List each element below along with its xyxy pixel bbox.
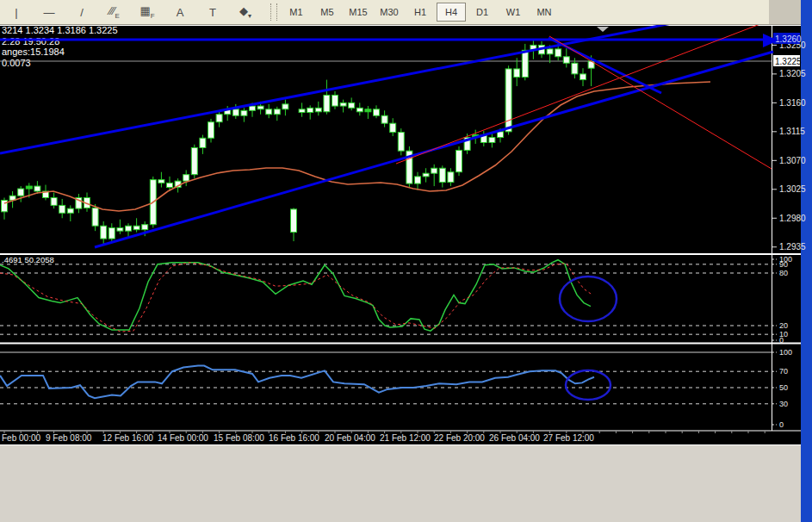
- line-price-label: 1.3260: [775, 34, 802, 44]
- candle-body: [133, 226, 139, 229]
- candle-body: [26, 186, 32, 189]
- toolbar: |—/⁄⁄⁄E▦FAT◆▾M1M5M15M30H1H4D1W1MN: [0, 0, 769, 25]
- chart-info-line: 2:28 19:50:28: [2, 36, 59, 47]
- candle-body: [580, 74, 586, 80]
- candle-body: [274, 109, 280, 115]
- chart-background: [0, 25, 801, 445]
- candle-body: [398, 133, 404, 152]
- trendline-tool[interactable]: /: [70, 2, 94, 22]
- equidistant-channel-icon: ⁄⁄⁄E: [109, 4, 120, 20]
- candle-body: [59, 205, 65, 213]
- candle-body: [332, 95, 338, 106]
- toolbar-separator: [270, 3, 277, 21]
- candle-body: [158, 180, 164, 183]
- fibonacci-tool[interactable]: ▦F: [135, 2, 159, 22]
- candle-body: [232, 109, 239, 115]
- time-axis-label: Feb 00:00: [2, 433, 40, 443]
- price-tick-label: 1.3160: [779, 98, 806, 108]
- candle-body: [18, 189, 24, 196]
- candle-body: [365, 109, 371, 112]
- stoch-axis-label: 20: [779, 321, 788, 330]
- candle-body: [456, 150, 462, 171]
- time-axis-label: 22 Feb 20:00: [434, 433, 485, 443]
- stoch-axis-label: 80: [779, 269, 788, 277]
- candle-body: [572, 63, 578, 74]
- label-tool[interactable]: T: [201, 2, 225, 22]
- candle-body: [381, 115, 387, 123]
- candle-body: [431, 168, 437, 173]
- price-tick-label: 1.3070: [779, 156, 806, 165]
- candle-body: [266, 109, 272, 115]
- timeframe-button-MN[interactable]: MN: [530, 3, 559, 22]
- candle-body: [257, 106, 263, 109]
- chart-area[interactable]: 3214 1.3234 1.3186 1.32252:28 19:50:28an…: [0, 0, 812, 522]
- text-tool[interactable]: A: [168, 2, 192, 22]
- candle-body: [505, 69, 511, 132]
- candle-body: [282, 104, 288, 109]
- chart-info-line: 3214 1.3234 1.3186 1.3225: [2, 25, 118, 35]
- candle-body: [67, 208, 73, 213]
- candle-body: [200, 138, 206, 147]
- candle-body: [349, 103, 355, 108]
- time-axis-label: 16 Feb 16:00: [269, 433, 319, 443]
- chart-info-line: anges:15.1984: [2, 47, 65, 57]
- timeframe-button-M5[interactable]: M5: [313, 3, 342, 22]
- label-icon: T: [209, 6, 216, 19]
- candle-body: [356, 108, 363, 111]
- candle-body: [547, 49, 553, 54]
- candle-body: [563, 57, 569, 63]
- chart-info-line: 0.0073: [2, 58, 31, 68]
- toolbar-extension: [769, 0, 801, 25]
- osc-axis-label: 100: [779, 348, 792, 357]
- osc-axis-label: 30: [779, 400, 788, 408]
- window-lower-area: [0, 445, 812, 522]
- candle-body: [108, 227, 115, 239]
- current-price-label: 1.3225: [775, 57, 802, 66]
- candle-body: [307, 108, 313, 112]
- candle-body: [92, 208, 98, 226]
- horizontal-line-tool[interactable]: —: [37, 2, 61, 22]
- osc-axis-label: 0: [779, 420, 784, 429]
- candle-body: [340, 103, 346, 106]
- shapes-icon: ◆▾: [239, 4, 251, 20]
- text-icon: A: [177, 6, 184, 19]
- time-axis-label: 14 Feb 00:00: [158, 433, 208, 443]
- stoch-axis-label: 90: [779, 260, 788, 269]
- candle-body: [191, 147, 197, 174]
- osc-axis-label: 70: [779, 367, 788, 376]
- candle-body: [423, 173, 429, 177]
- shapes-tool[interactable]: ◆▾: [233, 2, 257, 22]
- timeframe-button-H4[interactable]: H4: [437, 3, 466, 22]
- candle-body: [183, 175, 189, 181]
- osc-axis-label: 50: [779, 383, 788, 392]
- candle-body: [439, 168, 445, 182]
- candle-body: [34, 186, 40, 191]
- trendline-icon: /: [80, 6, 84, 19]
- time-axis-label: 15 Feb 08:00: [214, 433, 264, 443]
- vertical-line-tool[interactable]: |: [4, 2, 28, 22]
- timeframe-button-M1[interactable]: M1: [282, 3, 311, 22]
- candle-body: [241, 110, 247, 115]
- candle-body: [208, 122, 214, 139]
- price-tick-label: 1.2935: [779, 242, 806, 252]
- vertical-line-icon: |: [15, 6, 17, 19]
- price-tick-label: 1.3205: [779, 69, 806, 78]
- candle-body: [390, 123, 396, 132]
- candle-body: [448, 172, 454, 183]
- candle-body: [216, 115, 222, 122]
- stochastic-values-label: .4691 50.2058: [2, 255, 54, 264]
- timeframe-button-W1[interactable]: W1: [499, 3, 528, 22]
- price-tick-label: 1.3115: [779, 127, 805, 136]
- timeframe-button-M30[interactable]: M30: [375, 3, 404, 22]
- timeframe-button-H1[interactable]: H1: [406, 3, 435, 22]
- timeframe-button-M15[interactable]: M15: [344, 3, 373, 22]
- candle-body: [324, 95, 330, 111]
- equidistant-channel-tool[interactable]: ⁄⁄⁄E: [102, 2, 127, 22]
- timeframe-button-D1[interactable]: D1: [468, 3, 497, 22]
- trading-app-window: { "toolbar": { "tools": [ {"name":"verti…: [0, 0, 812, 522]
- candle-body: [415, 177, 421, 183]
- time-axis-label: 27 Feb 12:00: [543, 433, 594, 443]
- time-axis-label: 26 Feb 04:00: [489, 433, 540, 443]
- price-tick-label: 1.2980: [779, 214, 806, 223]
- time-axis-label: 9 Feb 08:00: [46, 433, 92, 443]
